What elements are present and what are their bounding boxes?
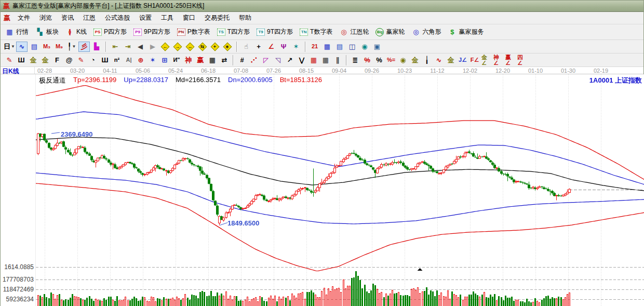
tool-hexagon[interactable]: ◎六角形 [410,26,442,37]
tool-spiral-icon[interactable]: @ [63,55,75,65]
tool-box-tool-icon[interactable]: # [236,55,248,65]
tool-candle-style-icon[interactable]: ╿▼ [66,42,77,52]
tool-tick-ruler-icon[interactable]: Ш [99,55,111,65]
tool-fan-tool-icon[interactable]: Ψ [278,42,289,52]
tool-last-bar-icon[interactable]: ⇥ [122,42,133,52]
tool-sector[interactable]: ▚板块 [34,26,60,37]
tool-box-rays-icon[interactable]: ◹ [272,55,284,65]
tool-f-ruler-icon[interactable]: F [51,55,63,65]
tool-wave-red-icon[interactable]: ∿ [433,55,445,65]
tool-zoom-h-icon[interactable]: ↔ [184,42,196,52]
tool-grid-123-icon[interactable]: ▦ [207,55,218,65]
title-bar[interactable]: 赢 赢家江恩专业版[赢家内部服务平台] - [上证指数 SH1A0001-250… [1,1,643,12]
tool-angle-measure-icon[interactable]: ∠ [265,42,277,52]
tool-bar-scale-icon[interactable]: ≣ [350,55,361,65]
menu-tools[interactable]: 工具 [156,12,178,24]
tool-winner-wheel[interactable]: Big赢家轮 [374,26,406,37]
tool-gold-angle-icon[interactable]: 金∠ [481,55,492,65]
kline-chart-canvas[interactable] [36,74,644,306]
menu-settings[interactable]: 设置 [135,12,156,24]
tool-map-draw-icon[interactable]: 彡 [78,42,90,52]
tool-first-bar-icon[interactable]: ⇤ [110,42,121,52]
tool-gold-ruler-1-icon[interactable]: 金 [28,55,39,65]
tool-span-arrows-icon[interactable]: ⇄ [219,55,230,65]
tool-grid-arrow-icon[interactable]: ▦ [320,55,331,65]
tool-histogram-icon[interactable]: ▙ [91,42,102,52]
tool-zoom-star-icon[interactable]: ∗ [222,42,233,52]
tool-calculator-icon[interactable]: ▦ [321,42,333,52]
tool-zoom-left-icon[interactable]: ← [159,42,171,52]
tool-quote[interactable]: ▦行情 [4,26,30,37]
tool-t-table[interactable]: TNT数字表 [298,26,334,37]
tool-winner-service[interactable]: $赢家服务 [446,26,485,37]
tool-fan-box-icon[interactable]: ◸ [260,55,272,65]
tool-hand-tool-icon[interactable]: ☝ [240,42,252,52]
tool-zoom-plus-icon[interactable]: + [209,42,221,52]
tool-four-angle-icon[interactable]: 四∠ [517,55,528,65]
tool-next-bar-icon[interactable]: ▶ [147,42,158,52]
tool-brush-red-icon[interactable]: ✎ [4,55,15,65]
menu-help[interactable]: 帮助 [234,12,256,24]
tool-candle-pen-icon[interactable]: ╽ [421,55,433,65]
tool-zoom-swap-icon[interactable]: ⇆ [197,42,208,52]
tool-win-tool-icon[interactable]: 赢 [195,55,206,65]
menu-gann[interactable]: 江恩 [78,12,100,24]
menu-window[interactable]: 窗口 [178,12,200,24]
tool-n-squared-icon[interactable]: n² [111,55,123,65]
tool-shen-angle-icon[interactable]: 神∠ [493,55,504,65]
tool-brush-ruler-icon[interactable]: ✎ [75,55,87,65]
tool-gold-red-line-icon[interactable]: 金 [445,55,457,65]
gann-wheel-icon: ◎ [339,28,348,36]
tool-win-angle-icon[interactable]: 赢∠ [505,55,516,65]
tool-zigzag-view-icon[interactable]: ∿ [16,42,28,52]
tool-stats-globe-icon[interactable]: ◉ [359,42,370,52]
tool-gann-wheel[interactable]: ◎江恩轮 [338,26,370,37]
menu-trade[interactable]: 交易委托 [200,12,234,24]
tool-calendar-icon[interactable]: 21 [309,42,320,52]
tool-notepad-icon[interactable]: ▤ [334,42,345,52]
tool-web-tool-icon[interactable]: ✶ [290,42,302,52]
tool-parallel-lines-icon[interactable]: ∥ [332,55,343,65]
tool-shen-tool-icon[interactable]: 神 [183,55,194,65]
menu-news[interactable]: 资讯 [57,12,78,24]
tool-mini-chart-3-icon[interactable]: M₃ [41,42,52,52]
tool-p-square[interactable]: PSP四方形 [92,26,128,37]
tool-gold-circle-icon[interactable]: ◉ [397,55,409,65]
tool-pct-line-icon[interactable]: % [361,55,373,65]
menu-file[interactable]: 文件 [13,12,35,24]
tool-period-day-icon[interactable]: 日▼ [4,42,15,52]
tool-j-angle-icon[interactable]: J∠ [457,55,468,65]
tool-v-dots-icon[interactable]: ⋁ [296,55,307,65]
tool-trend-pen-icon[interactable]: ↗ [284,55,296,65]
tool-grid-red-icon[interactable]: ▦ [308,55,319,65]
tool-circle-cross-icon[interactable]: ⊕ [135,55,146,65]
tool-zoom-right-icon[interactable]: → [172,42,183,52]
tool-mirror-icon[interactable]: A| [123,55,135,65]
tool-pct-lines-icon[interactable]: %= [385,55,397,65]
tool-mini-chart-9-icon[interactable]: M₉ [53,42,65,52]
menu-formula-pick[interactable]: 公式选股 [100,12,135,24]
tool-workstation-icon[interactable]: ▣ [371,42,383,52]
tool-clock-cycle-icon[interactable]: ◔ [87,55,99,65]
9p-square-label: 9P四方形 [144,28,170,36]
tool-t-square[interactable]: TST四方形 [216,26,251,37]
tool-gold-lines-icon[interactable]: 金 [409,55,421,65]
menu-browse[interactable]: 浏览 [35,12,57,24]
tool-f-angle-icon[interactable]: F∠ [469,55,480,65]
tool-web-box-icon[interactable]: ⊞ [159,55,170,65]
tool-crosshair-tool-icon[interactable]: + [253,42,264,52]
tool-save-icon[interactable]: ◫ [346,42,358,52]
tool-p-table[interactable]: PNP数字表 [176,26,212,37]
tool-percent-icon[interactable]: % [373,55,385,65]
tool-k-note-icon[interactable]: И" [171,55,182,65]
tool-prev-bar-icon[interactable]: ◀ [135,42,146,52]
tool-info-doc-icon[interactable]: ▤ [29,42,40,52]
tool-rays-red-icon[interactable]: ⋰ [248,55,260,65]
tool-9p-square[interactable]: P99P四方形 [132,26,172,37]
p-square-icon: PS [93,29,102,36]
tool-9t-square[interactable]: T99T四方形 [255,26,294,37]
tool-kline[interactable]: ≬K线 [64,26,88,37]
tool-grid-ruler-icon[interactable]: Ш [16,55,27,65]
tool-star-web-icon[interactable]: ✶ [147,55,158,65]
tool-gold-ruler-2-icon[interactable]: 金 [39,55,51,65]
